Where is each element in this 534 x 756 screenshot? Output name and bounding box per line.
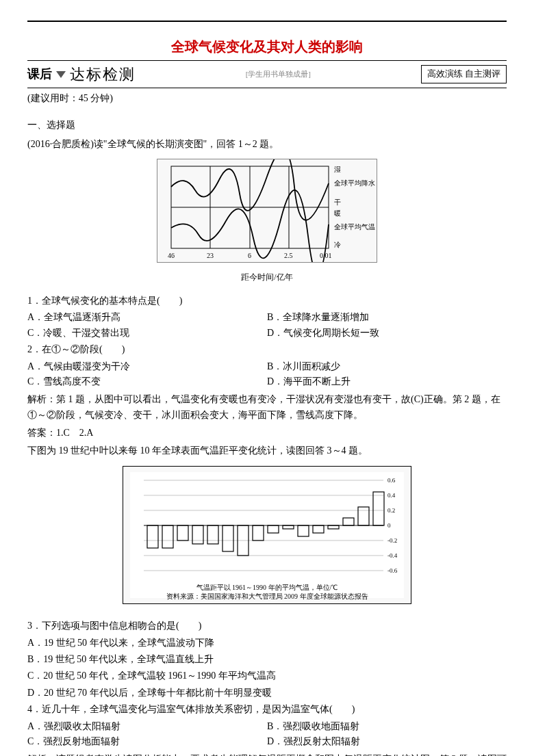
triangle-down-icon — [56, 71, 66, 78]
q4-opt-b: B．强烈吸收地面辐射 — [267, 719, 507, 734]
q4-opt-d: D．强烈反射太阳辐射 — [267, 734, 507, 749]
svg-text:湿: 湿 — [334, 166, 341, 173]
q3-stem: 3．下列选项与图中信息相吻合的是( ) — [27, 618, 507, 634]
q2-options: A．气候由暖湿变为干冷 B．冰川面积减少 C．雪线高度不变 D．海平面不断上升 — [27, 359, 507, 390]
svg-text:46: 46 — [168, 252, 175, 259]
q3-opt-a: A．19 世纪 50 年代以来，全球气温波动下降 — [27, 636, 507, 651]
svg-text:干: 干 — [334, 198, 341, 206]
svg-text:-0.4: -0.4 — [387, 552, 398, 559]
q2-opt-b: B．冰川面积减少 — [267, 359, 507, 374]
q2-opt-a: A．气候由暖湿变为干冷 — [27, 359, 267, 374]
section-header: 课后 达标检测 [学生用书单独成册] 高效演练 自主测评 — [27, 60, 507, 88]
fig2-note1: 气温距平以 1961～1990 年的平均气温，单位/℃ — [130, 583, 404, 592]
part-1-heading: 一、选择题 — [27, 118, 507, 133]
q3-opt-d: D．20 世纪 70 年代以后，全球每十年都比前十年明显变暖 — [27, 686, 507, 701]
figure-1: 湿 全球平均降水 干 暖 全球平均气温 冷 46 23 6 2.5 0.01 距… — [27, 159, 507, 284]
q1-stem: 1．全球气候变化的基本特点是( ) — [27, 294, 507, 309]
q4-opt-c: C．强烈反射地面辐射 — [27, 734, 267, 749]
q1-opt-d: D．气候变化周期长短一致 — [267, 326, 507, 341]
badge: 高效演练 自主测评 — [421, 65, 507, 83]
q4-stem: 4．近几十年，全球气温变化与温室气体排放关系密切，是因为温室气体( ) — [27, 702, 507, 717]
svg-text:冷: 冷 — [334, 241, 341, 248]
figure-2: 0.6 0.4 0.2 0 -0.2 -0.4 -0.6 气温距平以 1961～… — [27, 466, 507, 609]
section-label: 课后 — [27, 64, 52, 84]
q1-opt-a: A．全球气温逐渐升高 — [27, 310, 267, 325]
explain-1-2: 解析：第 1 题，从图中可以看出，气温变化有变暖也有变冷，干湿状况有变湿也有变干… — [27, 392, 507, 423]
q1-options: A．全球气温逐渐升高 B．全球降水量逐渐增加 C．冷暖、干湿交替出现 D．气候变… — [27, 310, 507, 341]
svg-text:0.4: 0.4 — [387, 492, 396, 499]
q2-opt-c: C．雪线高度不变 — [27, 374, 267, 389]
course-time: (建议用时：45 分钟) — [27, 91, 507, 106]
q2-opt-d: D．海平面不断上升 — [267, 374, 507, 389]
figure-1-svg: 湿 全球平均降水 干 暖 全球平均气温 冷 46 23 6 2.5 0.01 — [157, 159, 377, 262]
svg-rect-16 — [130, 472, 404, 598]
q1-opt-b: B．全球降水量逐渐增加 — [267, 310, 507, 325]
figure-1-caption: 距今时间/亿年 — [27, 271, 507, 284]
document-title: 全球气候变化及其对人类的影响 — [27, 36, 507, 57]
explain-3-4: 解析：该题组考查学生读图分析能力，要求考生能理解气温距平概念和图中气温距平变化统… — [27, 752, 507, 756]
answer-1-2: 答案：1.C 2.A — [27, 426, 507, 441]
svg-text:全球平均气温: 全球平均气温 — [334, 223, 375, 231]
svg-text:0: 0 — [387, 522, 391, 529]
svg-text:-0.2: -0.2 — [387, 537, 397, 544]
svg-text:23: 23 — [207, 252, 214, 259]
svg-text:0.01: 0.01 — [320, 252, 332, 259]
q3-4-intro: 下图为 19 世纪中叶以来每 10 年全球表面气温距平变化统计，读图回答 3～4… — [27, 443, 507, 458]
svg-text:-0.6: -0.6 — [387, 567, 398, 574]
q1-2-intro: (2016·合肥质检)读"全球气候的长期演变图"，回答 1～2 题。 — [27, 137, 507, 152]
svg-text:6: 6 — [248, 252, 251, 259]
test-label: 达标检测 — [70, 62, 136, 86]
figure-2-caption: 气温距平以 1961～1990 年的平均气温，单位/℃ 资料来源：美国国家海洋和… — [123, 583, 411, 601]
q3-opt-b: B．19 世纪 50 年代以来，全球气温直线上升 — [27, 652, 507, 667]
svg-text:全球平均降水: 全球平均降水 — [334, 179, 375, 187]
svg-text:暖: 暖 — [334, 209, 341, 217]
fig2-note2: 资料来源：美国国家海洋和大气管理局 2009 年度全球能源状态报告 — [130, 592, 404, 601]
svg-text:0.6: 0.6 — [387, 477, 396, 484]
top-rule — [27, 21, 507, 22]
figure-1-chart: 湿 全球平均降水 干 暖 全球平均气温 冷 46 23 6 2.5 0.01 — [157, 159, 377, 263]
svg-text:0.2: 0.2 — [387, 507, 395, 514]
svg-text:2.5: 2.5 — [284, 252, 293, 259]
figure-2-chart: 0.6 0.4 0.2 0 -0.2 -0.4 -0.6 气温距平以 1961～… — [123, 466, 411, 604]
q2-stem: 2．在①～②阶段( ) — [27, 342, 507, 357]
subtitle: [学生用书单独成册] — [136, 68, 421, 81]
q3-opt-c: C．20 世纪 50 年代，全球气温较 1961～1990 年平均气温高 — [27, 668, 507, 683]
q4-opt-a: A．强烈吸收太阳辐射 — [27, 719, 267, 734]
q4-options: A．强烈吸收太阳辐射 B．强烈吸收地面辐射 C．强烈反射地面辐射 D．强烈反射太… — [27, 719, 507, 750]
q1-opt-c: C．冷暖、干湿交替出现 — [27, 326, 267, 341]
